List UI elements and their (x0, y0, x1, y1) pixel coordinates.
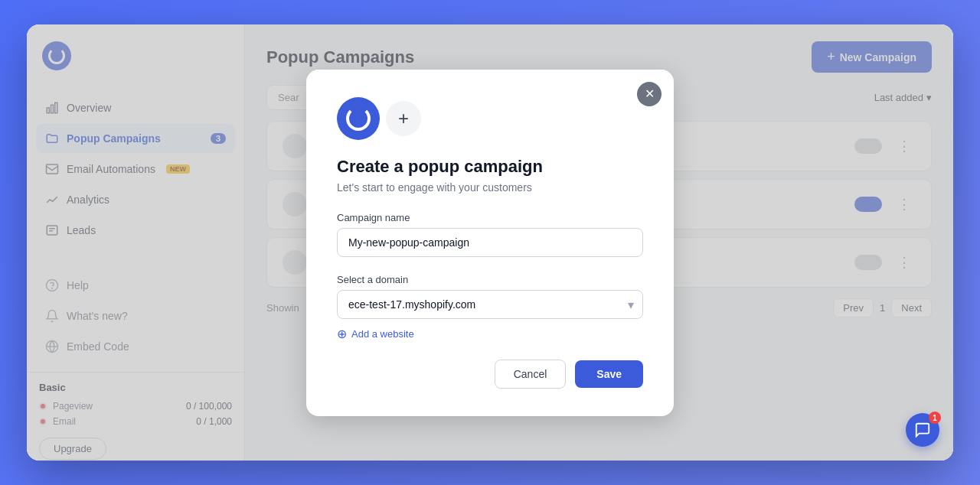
chat-bubble[interactable]: 1 (906, 413, 939, 447)
chat-badge: 1 (929, 412, 941, 424)
save-button[interactable]: Save (575, 360, 643, 388)
modal-close-button[interactable]: ✕ (637, 82, 662, 106)
modal-title: Create a popup campaign (337, 157, 643, 177)
modal-icons-row: + (337, 97, 643, 140)
chat-icon (914, 422, 931, 438)
modal-overlay: ✕ + Create a popup campaign Let's start … (27, 24, 953, 461)
modal-plus-icon: + (386, 101, 421, 136)
domain-group: Select a domain ece-test-17.myshopify.co… (337, 274, 643, 319)
add-website-link[interactable]: ⊕ Add a website (337, 327, 643, 341)
domain-label: Select a domain (337, 274, 643, 285)
modal-subtitle: Let's start to engage with your customer… (337, 181, 643, 194)
close-icon: ✕ (645, 88, 655, 100)
modal-logo-icon (337, 97, 380, 140)
domain-select-wrapper: ece-test-17.myshopify.com ▾ (337, 290, 643, 319)
modal-logo-ring (346, 106, 371, 131)
cancel-button[interactable]: Cancel (495, 360, 567, 389)
add-website-label: Add a website (351, 328, 414, 340)
plus-circle-icon: ⊕ (337, 327, 347, 341)
domain-select[interactable]: ece-test-17.myshopify.com (337, 290, 643, 319)
modal-actions: Cancel Save (337, 360, 643, 389)
modal-dialog: ✕ + Create a popup campaign Let's start … (306, 70, 674, 416)
campaign-name-input[interactable] (337, 228, 643, 257)
campaign-name-label: Campaign name (337, 212, 643, 223)
campaign-name-group: Campaign name (337, 212, 643, 271)
app-window: Overview Popup Campaigns 3 E (27, 24, 953, 461)
